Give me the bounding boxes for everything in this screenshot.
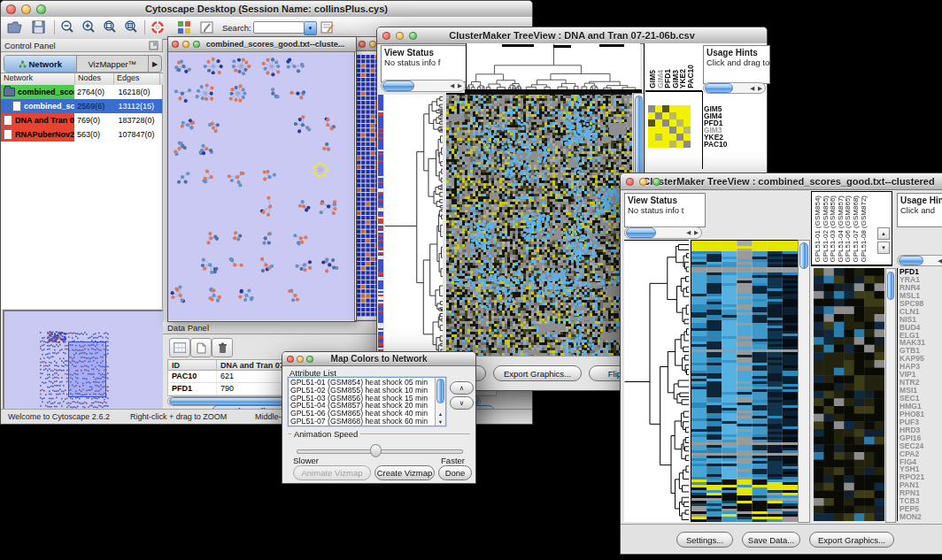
- search-input[interactable]: [253, 21, 305, 34]
- tv1-row-label[interactable]: PAC10: [704, 141, 727, 148]
- zoom-window-icon[interactable]: [409, 32, 417, 40]
- gene-label[interactable]: TCB3: [900, 497, 942, 505]
- attribute-item[interactable]: GPL51-02 (GSM855) heat shock 10 min: [289, 387, 435, 395]
- done-button[interactable]: Done: [438, 465, 472, 480]
- gene-label[interactable]: MSI1: [900, 387, 942, 395]
- tv1-heatmap[interactable]: [446, 93, 632, 357]
- tv2-zoom-vscrollbar[interactable]: [885, 268, 896, 523]
- gene-label[interactable]: PAN1: [900, 481, 942, 489]
- gene-label[interactable]: VIP1: [900, 371, 942, 379]
- tv2-heatmap[interactable]: [691, 240, 798, 522]
- gene-label[interactable]: HRD3: [900, 426, 942, 434]
- gene-label[interactable]: NIS1: [900, 316, 942, 324]
- tv1-column-dendrogram[interactable]: [466, 43, 640, 89]
- gene-label[interactable]: MAK31: [900, 339, 942, 347]
- close-icon[interactable]: [626, 178, 634, 186]
- gene-label[interactable]: SEC1: [900, 395, 942, 403]
- tab-overflow-icon[interactable]: ▶: [148, 56, 161, 72]
- attribute-item[interactable]: GPL51-04 (GSM857) heat shock 20 min: [289, 402, 435, 410]
- gene-label[interactable]: SEC24: [900, 442, 942, 450]
- attribute-item[interactable]: GPL51-06 (GSM865) heat shock 40 min: [289, 410, 435, 418]
- gene-label[interactable]: MON2: [900, 513, 942, 521]
- tv2-status-slider[interactable]: ◀ ▶: [624, 226, 702, 239]
- gene-label[interactable]: RPN1: [900, 489, 942, 497]
- network-overview-thumbnail[interactable]: [3, 310, 164, 414]
- gene-label[interactable]: CPA2: [900, 450, 942, 458]
- attribute-item[interactable]: GPL51-01 (GSM854) heat shock 05 min: [289, 379, 435, 387]
- gene-label[interactable]: RNR4: [900, 284, 942, 292]
- open-file-icon[interactable]: [7, 19, 23, 35]
- cytoscape-titlebar[interactable]: Cytoscape Desktop (Session Name: collins…: [1, 1, 532, 18]
- gene-label[interactable]: PUF3: [900, 418, 942, 426]
- network-row[interactable]: combined_sco2569(6)13112(15): [1, 99, 162, 113]
- delete-attribute-button[interactable]: [212, 338, 233, 357]
- minimize-icon[interactable]: [396, 32, 404, 40]
- scroll-up-icon[interactable]: ▲: [436, 411, 445, 417]
- network-row[interactable]: DNA and Tran 07769(0)183728(0): [1, 113, 162, 127]
- gene-label[interactable]: YSH1: [900, 465, 942, 473]
- gene-label[interactable]: HMG1: [900, 403, 942, 410]
- export-graphics-button[interactable]: Export Graphics...: [493, 365, 582, 381]
- create-vizmap-button[interactable]: Create Vizmap: [374, 465, 435, 480]
- minimize-icon[interactable]: [297, 356, 304, 363]
- gene-label[interactable]: ELG1: [900, 332, 942, 340]
- zoom-selected-icon[interactable]: [123, 19, 139, 35]
- save-icon[interactable]: [31, 19, 47, 35]
- network-row[interactable]: RNAPuberNov2+563(0)107847(0): [1, 127, 162, 142]
- tv1-status-slider[interactable]: ◀ ▶: [381, 80, 466, 92]
- close-icon[interactable]: [359, 41, 366, 48]
- gene-label[interactable]: YRA1: [900, 276, 942, 284]
- minimize-icon[interactable]: [182, 41, 189, 48]
- attribute-item[interactable]: GPL51-03 (GSM856) heat shock 15 min: [289, 395, 435, 403]
- col-id[interactable]: ID: [168, 360, 217, 370]
- zoom-window-icon[interactable]: [193, 41, 200, 48]
- tv2-vscrollbar[interactable]: [798, 240, 810, 523]
- gene-label[interactable]: KAP95: [900, 355, 942, 363]
- slider-thumb[interactable]: [370, 444, 382, 457]
- move-down-button[interactable]: ∨: [450, 396, 474, 410]
- select-attributes-button[interactable]: [169, 338, 190, 357]
- zoom-in-icon[interactable]: [81, 19, 97, 35]
- vizmapper-icon[interactable]: [176, 19, 192, 35]
- animate-vizmap-button[interactable]: Animate Vizmap: [293, 465, 371, 480]
- close-icon[interactable]: [287, 356, 294, 363]
- network-row[interactable]: combined_scores2764(0)16218(0): [1, 85, 162, 99]
- gene-label[interactable]: PHO81: [900, 410, 942, 418]
- tv2-col-label[interactable]: GPL51-03 (GSM856): [829, 196, 837, 263]
- zoom-window-icon[interactable]: [306, 356, 313, 363]
- minimize-icon[interactable]: [639, 178, 647, 186]
- gene-label[interactable]: FIG4: [900, 458, 942, 466]
- minimize-icon[interactable]: [21, 4, 31, 14]
- attribute-editor-icon[interactable]: [320, 19, 336, 35]
- gene-label[interactable]: GTB1: [900, 347, 942, 355]
- move-up-button[interactable]: ∧: [450, 381, 474, 395]
- tv2-col-label[interactable]: GPL51-07 (GSM868): [852, 196, 860, 263]
- export-graphics-button[interactable]: Export Graphics...: [809, 532, 894, 548]
- gene-label[interactable]: HAP3: [900, 363, 942, 371]
- save-data-button[interactable]: Save Data...: [742, 532, 800, 548]
- tv1-zoom-matrix[interactable]: [648, 105, 691, 148]
- gene-label[interactable]: MSL1: [900, 292, 942, 300]
- zoom-window-icon[interactable]: [36, 4, 46, 14]
- attribute-item[interactable]: GPL51-07 (GSM868) heat shock 60 min: [289, 418, 435, 426]
- tab-vizmapper[interactable]: VizMapper™: [77, 56, 149, 72]
- minimize-icon[interactable]: [369, 41, 376, 48]
- tv2-zoom-heatmap[interactable]: [814, 268, 884, 521]
- gene-label[interactable]: PFD1: [900, 268, 942, 276]
- close-icon[interactable]: [6, 4, 16, 14]
- float-panel-icon[interactable]: [149, 41, 158, 50]
- tv2-gene-hscrollbar[interactable]: ◀ ▶: [897, 255, 942, 266]
- col-nodes[interactable]: Nodes: [75, 73, 114, 85]
- search-dropdown-icon[interactable]: ▼: [304, 21, 317, 35]
- close-icon[interactable]: [382, 32, 390, 40]
- scroll-down-icon[interactable]: ▼: [877, 242, 890, 254]
- dialog-titlebar[interactable]: Map Colors to Network: [282, 352, 475, 366]
- help-lifebuoy-icon[interactable]: [150, 19, 166, 35]
- scroll-down-icon[interactable]: ▼: [436, 419, 445, 425]
- treeview1-titlebar[interactable]: ClusterMaker TreeView : DNA and Tran 07-…: [377, 27, 767, 44]
- tab-network[interactable]: Network: [4, 56, 77, 72]
- gene-label[interactable]: PEP5: [900, 505, 942, 513]
- gene-label[interactable]: RPO21: [900, 473, 942, 481]
- zoom-out-icon[interactable]: [59, 19, 75, 35]
- gene-label[interactable]: CLN1: [900, 308, 942, 316]
